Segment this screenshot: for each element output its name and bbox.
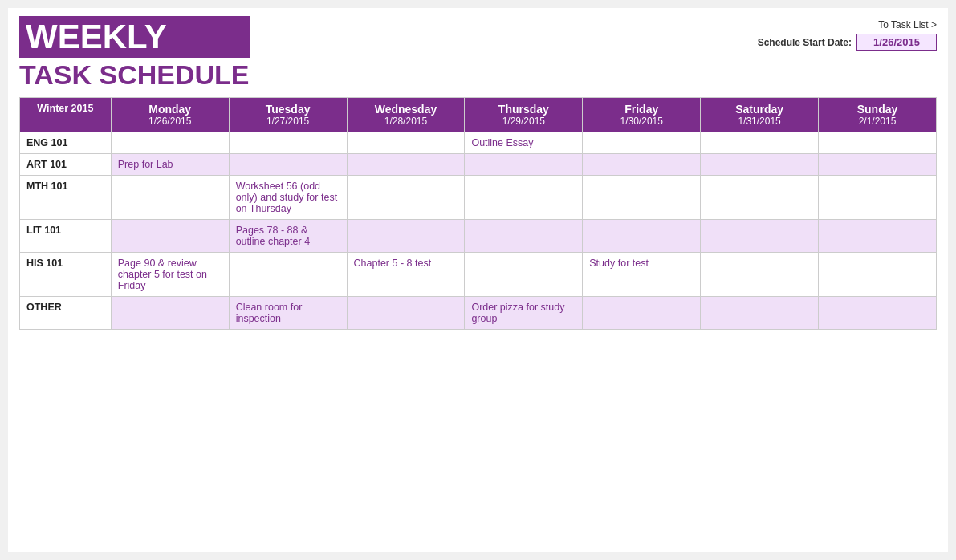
title-block: WEEKLY TASK SCHEDULE [19,16,250,91]
task-cell[interactable] [583,154,701,176]
task-cell[interactable] [465,154,583,176]
task-cell[interactable] [111,297,229,330]
task-cell[interactable]: Page 90 & review chapter 5 for test on F… [111,253,229,297]
task-cell[interactable] [701,297,819,330]
row-label-lit-101: LIT 101 [20,220,112,253]
row-label-art-101: ART 101 [20,154,112,176]
task-cell[interactable] [819,297,937,330]
task-cell[interactable] [701,253,819,297]
task-cell[interactable] [819,176,937,220]
to-task-list-link[interactable]: To Task List > [878,19,937,30]
start-date-label: Schedule Start Date: [758,37,852,48]
season-header: Winter 2015 [20,98,112,132]
row-label-his-101: HIS 101 [20,253,112,297]
table-row: HIS 101Page 90 & review chapter 5 for te… [20,253,937,297]
task-cell[interactable] [583,297,701,330]
task-cell[interactable]: Worksheet 56 (odd only) and study for te… [229,176,347,220]
task-cell[interactable] [347,176,465,220]
task-cell[interactable] [111,220,229,253]
table-row: ENG 101Outline Essay [20,132,937,154]
task-cell[interactable] [347,220,465,253]
task-cell[interactable] [583,176,701,220]
task-cell[interactable] [229,132,347,154]
thursday-header: Thursday 1/29/2015 [465,98,583,132]
wednesday-header: Wednesday 1/28/2015 [347,98,465,132]
row-label-other: OTHER [20,297,112,330]
title-task-schedule: TASK SCHEDULE [19,59,250,91]
table-row: MTH 101Worksheet 56 (odd only) and study… [20,176,937,220]
task-cell[interactable] [111,132,229,154]
table-row: OTHERClean room for inspectionOrder pizz… [20,297,937,330]
task-cell[interactable] [819,154,937,176]
task-cell[interactable] [819,132,937,154]
task-cell[interactable]: Chapter 5 - 8 test [347,253,465,297]
task-cell[interactable] [819,253,937,297]
task-cell[interactable]: Outline Essay [465,132,583,154]
friday-header: Friday 1/30/2015 [583,98,701,132]
top-right: To Task List > Schedule Start Date: 1/26… [758,19,937,51]
saturday-header: Saturday 1/31/2015 [701,98,819,132]
sunday-header: Sunday 2/1/2015 [819,98,937,132]
task-cell[interactable] [347,132,465,154]
row-label-eng-101: ENG 101 [20,132,112,154]
page: WEEKLY TASK SCHEDULE To Task List > Sche… [8,8,948,552]
table-row: LIT 101Pages 78 - 88 & outline chapter 4 [20,220,937,253]
header-row: Winter 2015 Monday 1/26/2015 Tuesday 1/2… [20,98,937,132]
task-cell[interactable] [819,220,937,253]
task-cell[interactable] [701,132,819,154]
task-cell[interactable] [701,176,819,220]
header-area: WEEKLY TASK SCHEDULE To Task List > Sche… [19,16,937,91]
task-cell[interactable] [347,154,465,176]
task-cell[interactable] [229,253,347,297]
start-date-value[interactable]: 1/26/2015 [856,34,937,51]
task-cell[interactable] [465,176,583,220]
task-cell[interactable] [583,132,701,154]
schedule-table: Winter 2015 Monday 1/26/2015 Tuesday 1/2… [19,97,937,330]
task-cell[interactable] [583,220,701,253]
start-date-row: Schedule Start Date: 1/26/2015 [758,34,937,51]
task-cell[interactable] [701,154,819,176]
task-cell[interactable]: Prep for Lab [111,154,229,176]
task-cell[interactable]: Order pizza for study group [465,297,583,330]
task-cell[interactable] [465,253,583,297]
task-cell[interactable]: Clean room for inspection [229,297,347,330]
tuesday-header: Tuesday 1/27/2015 [229,98,347,132]
task-cell[interactable] [701,220,819,253]
task-cell[interactable] [465,220,583,253]
task-cell[interactable] [347,297,465,330]
task-cell[interactable] [111,176,229,220]
monday-header: Monday 1/26/2015 [111,98,229,132]
task-cell[interactable]: Study for test [583,253,701,297]
row-label-mth-101: MTH 101 [20,176,112,220]
title-weekly: WEEKLY [19,16,250,58]
table-row: ART 101Prep for Lab [20,154,937,176]
task-cell[interactable] [229,154,347,176]
task-cell[interactable]: Pages 78 - 88 & outline chapter 4 [229,220,347,253]
